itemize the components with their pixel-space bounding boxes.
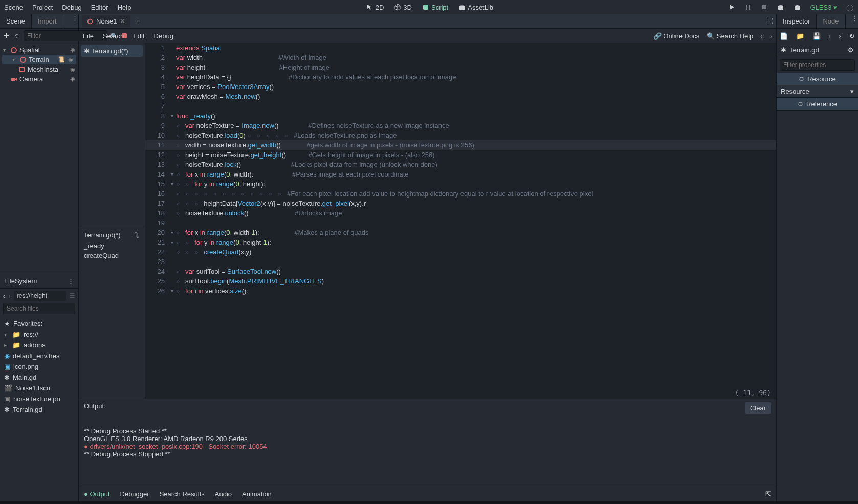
code-line-15[interactable]: 15▾» » for y in range(0, height): — [145, 179, 776, 189]
code-line-5[interactable]: 5 var vertices = PoolVector3Array() — [145, 82, 776, 92]
viewport-script-button[interactable]: Script — [422, 4, 448, 11]
code-line-6[interactable]: 6 var drawMesh = Mesh.new() — [145, 92, 776, 101]
script-menu-debug[interactable]: Debug — [154, 32, 173, 40]
fs-file-default-env[interactable]: ◉default_env.tres — [0, 350, 78, 361]
play-button[interactable] — [728, 4, 735, 11]
bottom-tab-audio[interactable]: Audio — [215, 490, 232, 498]
tree-node-camera[interactable]: Camera ◉ — [0, 74, 78, 84]
code-line-24[interactable]: 24 » var surfTool = SurfaceTool.new() — [145, 267, 776, 276]
code-line-22[interactable]: 22 » » » createQuad(x,y) — [145, 247, 776, 257]
renderer-dropdown[interactable]: GLES3 ▾ — [810, 4, 837, 11]
menu-editor[interactable]: Editor — [91, 4, 108, 11]
visibility-icon[interactable]: ◉ — [70, 47, 75, 53]
tab-import[interactable]: Import — [32, 14, 63, 28]
visibility-icon[interactable]: ◉ — [70, 76, 75, 82]
tree-node-spatial[interactable]: ▾ Spatial ◉ — [0, 45, 78, 55]
inspector-category-resource[interactable]: Resource▾ — [777, 85, 858, 98]
inspector-section-reference[interactable]: ⬭Reference — [777, 98, 858, 111]
fs-file-noise-texture[interactable]: ▣noiseTexture.pn — [0, 393, 78, 404]
new-resource-icon[interactable]: 📄 — [780, 32, 788, 40]
expand-icon[interactable]: ▸ — [4, 342, 9, 348]
inspector-filter-input[interactable] — [780, 59, 855, 71]
fs-file-main[interactable]: ✱Main.gd — [0, 372, 78, 383]
menu-scene[interactable]: Scene — [4, 4, 23, 11]
tree-node-meshinstance[interactable]: MeshInsta ◉ — [0, 64, 78, 74]
scene-tab-noise1[interactable]: Noise1 ✕ — [82, 15, 130, 27]
code-line-16[interactable]: 16 » » » » » » » » » » » » #For each pix… — [145, 189, 776, 199]
menu-project[interactable]: Project — [32, 4, 53, 11]
bottom-tab-animation[interactable]: Animation — [242, 490, 272, 498]
method-ready[interactable]: _ready — [81, 241, 143, 251]
stop-button[interactable] — [761, 4, 768, 11]
code-line-17[interactable]: 17 » » » heightData[Vector2(x,y)] = nois… — [145, 199, 776, 208]
code-line-25[interactable]: 25 » surfTool.begin(Mesh.PRIMITIVE_TRIAN… — [145, 276, 776, 286]
panel-options-icon[interactable]: ⋮ — [68, 277, 74, 285]
nav-back-button[interactable]: ‹ — [3, 292, 5, 300]
script-open-icon[interactable]: 📜 — [58, 56, 65, 63]
clear-output-button[interactable]: Clear — [745, 402, 771, 414]
collapse-icon[interactable]: ▾ — [3, 47, 8, 53]
history-back-icon[interactable]: ‹ — [829, 32, 831, 40]
viewport-3d-button[interactable]: 3D — [394, 4, 412, 11]
sort-methods-icon[interactable]: ⇅ — [134, 231, 140, 239]
fs-root[interactable]: ▾📁res:// — [0, 329, 78, 340]
code-line-4[interactable]: 4 var heightData = {} #Dictionary to hol… — [145, 72, 776, 82]
fs-file-terrain[interactable]: ✱Terrain.gd — [0, 404, 78, 415]
panel-options-icon[interactable]: ⋮ — [851, 14, 858, 28]
link-scene-button[interactable] — [13, 32, 20, 39]
bottom-tab-search-results[interactable]: Search Results — [160, 490, 205, 498]
collapse-icon[interactable]: ▾ — [12, 57, 17, 62]
code-line-7[interactable]: 7 — [145, 101, 776, 111]
expand-bottom-panel-icon[interactable]: ⇱ — [765, 490, 771, 498]
code-line-21[interactable]: 21▾» » for y in range(0, height-1): — [145, 237, 776, 247]
history-icon[interactable]: ↻ — [849, 32, 855, 40]
bottom-tab-output[interactable]: ● Output — [84, 490, 110, 498]
history-forward-icon[interactable]: › — [839, 32, 841, 40]
play-custom-scene-button[interactable] — [794, 4, 801, 11]
code-line-18[interactable]: 18 » noiseTexture.unlock() #Unlocks imag… — [145, 208, 776, 218]
code-line-2[interactable]: 2 var width #Width of image — [145, 53, 776, 62]
open-script-item[interactable]: ✱ Terrain.gd(*) — [81, 45, 143, 57]
tab-node[interactable]: Node — [817, 14, 845, 28]
collapse-icon[interactable]: ▾ — [4, 332, 9, 337]
code-line-8[interactable]: 8▾func _ready(): — [145, 111, 776, 121]
save-resource-icon[interactable]: 💾 — [812, 32, 821, 40]
script-menu-search[interactable]: Search — [103, 32, 124, 40]
code-line-26[interactable]: 26▾» for i in vertices.size(): — [145, 286, 776, 296]
code-line-14[interactable]: 14▾» for x in range(0, width): #Parses i… — [145, 169, 776, 179]
nav-forward-button[interactable]: › — [8, 292, 10, 300]
visibility-icon[interactable]: ◉ — [68, 56, 73, 63]
tree-node-terrain[interactable]: ▾ Terrain 📜 ◉ — [2, 55, 76, 64]
nav-forward-icon[interactable]: › — [770, 32, 772, 40]
favorites-section[interactable]: ★Favorites: — [0, 318, 78, 329]
menu-debug[interactable]: Debug — [62, 4, 81, 11]
code-line-11[interactable]: 11 » width = noiseTexture.get_width() #g… — [145, 140, 776, 150]
code-line-3[interactable]: 3 var height #Height of image — [145, 62, 776, 72]
method-createquad[interactable]: createQuad — [81, 251, 143, 260]
pause-button[interactable] — [744, 4, 752, 11]
inspector-section-resource[interactable]: ⬭Resource — [777, 73, 858, 85]
add-tab-button[interactable]: + — [136, 17, 140, 25]
load-resource-icon[interactable]: 📁 — [796, 32, 804, 40]
code-line-10[interactable]: 10 » noiseTexture.load(0) » » » » » #Loa… — [145, 130, 776, 140]
fs-file-icon[interactable]: ▣icon.png — [0, 361, 78, 372]
code-line-1[interactable]: 1 extends Spatial — [145, 43, 776, 53]
code-line-19[interactable]: 19 — [145, 218, 776, 228]
nav-back-icon[interactable]: ‹ — [760, 32, 762, 40]
tab-inspector[interactable]: Inspector — [777, 14, 817, 28]
filesystem-search-input[interactable] — [3, 303, 75, 314]
play-scene-button[interactable] — [777, 4, 784, 11]
inspector-options-icon[interactable]: ⚙ — [848, 46, 854, 54]
search-help-button[interactable]: 🔍 Search Help — [707, 32, 753, 40]
viewport-assetlib-button[interactable]: AssetLib — [458, 4, 493, 11]
split-mode-icon[interactable]: ☰ — [69, 292, 75, 300]
close-tab-icon[interactable]: ✕ — [120, 17, 125, 25]
code-line-9[interactable]: 9 » var noiseTexture = Image.new() #Defi… — [145, 121, 776, 130]
online-docs-link[interactable]: 🔗 Online Docs — [653, 32, 699, 40]
tab-scene[interactable]: Scene — [0, 14, 32, 28]
add-node-button[interactable] — [3, 32, 10, 39]
code-line-23[interactable]: 23 — [145, 257, 776, 267]
code-line-13[interactable]: 13 » noiseTexture.lock() #Locks pixel da… — [145, 160, 776, 169]
fs-folder-addons[interactable]: ▸📁addons — [0, 340, 78, 350]
menu-help[interactable]: Help — [118, 4, 131, 11]
